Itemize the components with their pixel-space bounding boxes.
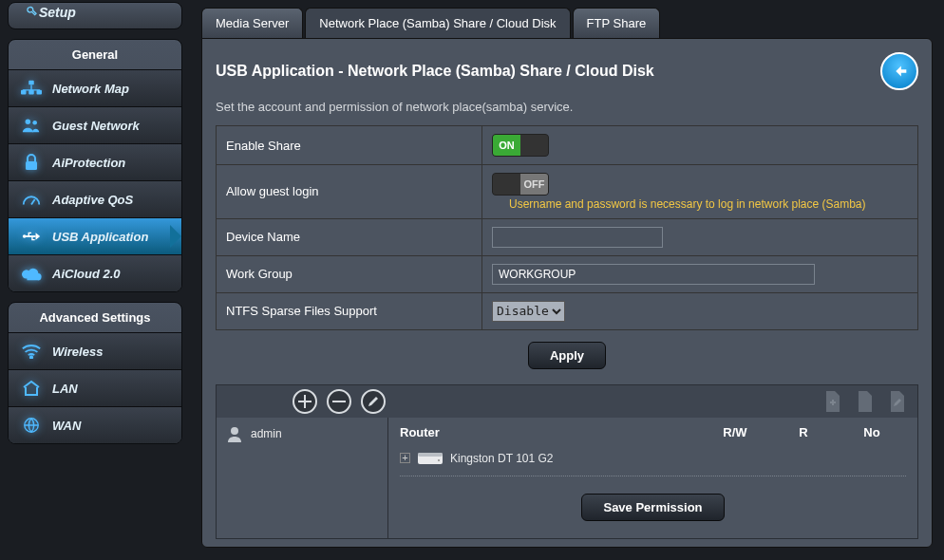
allow-guest-label: Allow guest login	[217, 165, 482, 219]
doc-action-3[interactable]	[887, 389, 908, 414]
document-edit-icon	[889, 391, 906, 412]
tabs: Media Server Network Place (Samba) Share…	[201, 8, 933, 38]
cloud-icon	[20, 265, 43, 282]
separator	[400, 476, 906, 476]
sidebar-item-label: LAN	[52, 382, 78, 396]
svg-rect-12	[418, 453, 443, 457]
sidebar-item-network-map[interactable]: Network Map	[9, 69, 181, 106]
plus-icon	[298, 395, 312, 408]
device-name-label: Device Name	[217, 218, 482, 255]
minus-icon	[332, 395, 346, 408]
svg-rect-2	[28, 90, 34, 95]
sidebar-item-adaptive-qos[interactable]: Adaptive QoS	[9, 180, 181, 217]
device-name-input[interactable]	[492, 227, 663, 248]
toggle-off-label: OFF	[520, 174, 548, 195]
svg-point-5	[32, 121, 37, 125]
col-no: No	[838, 425, 906, 439]
page-subtitle: Set the account and permission of networ…	[216, 100, 918, 114]
globe-icon	[20, 417, 43, 434]
allow-guest-toggle[interactable]: OFF	[492, 173, 549, 196]
expand-icon[interactable]: +	[400, 453, 410, 463]
back-arrow-icon	[889, 61, 910, 82]
enable-share-label: Enable Share	[217, 126, 482, 165]
sidebar-item-label: USB Application	[52, 230, 148, 244]
tab-samba[interactable]: Network Place (Samba) Share / Cloud Disk	[305, 8, 570, 38]
main-content: Media Server Network Place (Samba) Share…	[190, 0, 944, 560]
toggle-on-label	[493, 174, 520, 195]
work-group-label: Work Group	[217, 255, 482, 292]
document-plus-icon	[824, 391, 841, 412]
tab-media-server[interactable]: Media Server	[201, 8, 303, 38]
drive-icon	[418, 451, 443, 466]
doc-action-2[interactable]	[855, 389, 876, 414]
svg-point-13	[438, 459, 440, 461]
col-router: Router	[400, 425, 701, 439]
sidebar-item-label: AiCloud 2.0	[52, 267, 121, 281]
svg-rect-0	[28, 81, 34, 85]
allow-guest-hint: Username and password is necessary to lo…	[509, 197, 866, 211]
lock-icon	[20, 154, 43, 171]
sidebar-item-label: WAN	[52, 419, 81, 433]
svg-point-8	[30, 356, 32, 358]
sidebar: Setup General Network Map Guest Network	[0, 0, 190, 560]
permissions-toolbar	[217, 385, 917, 418]
svg-point-10	[231, 427, 238, 435]
permissions-panel: admin Router R/W R No + Kin	[216, 384, 918, 539]
user-name: admin	[251, 427, 282, 440]
permissions-header: Router R/W R No	[400, 425, 906, 439]
pencil-icon	[368, 396, 379, 407]
ntfs-select[interactable]: Disable	[492, 301, 565, 322]
settings-table: Enable Share ON Allow guest login OFF	[216, 125, 918, 330]
document-icon	[857, 391, 874, 412]
toggle-off-label	[520, 135, 548, 156]
network-icon	[20, 80, 43, 97]
sidebar-item-label: Adaptive QoS	[52, 193, 133, 207]
col-rw: R/W	[701, 425, 769, 439]
home-icon	[20, 380, 43, 397]
work-group-input[interactable]	[492, 264, 815, 285]
sidebar-item-lan[interactable]: LAN	[9, 369, 181, 406]
ntfs-label: NTFS Sparse Files Support	[217, 292, 482, 329]
user-icon	[226, 425, 243, 442]
edit-user-button[interactable]	[361, 389, 386, 414]
people-icon	[20, 117, 43, 134]
sidebar-item-aicloud[interactable]: AiCloud 2.0	[9, 254, 181, 291]
back-button[interactable]	[880, 52, 918, 90]
user-row[interactable]: admin	[226, 425, 378, 442]
sidebar-item-wireless[interactable]: Wireless	[9, 332, 181, 369]
gauge-icon	[20, 191, 43, 208]
user-list: admin	[217, 418, 387, 538]
tab-ftp[interactable]: FTP Share	[573, 8, 661, 38]
sidebar-item-aiprotection[interactable]: AiProtection	[9, 143, 181, 180]
toggle-on-label: ON	[493, 135, 520, 156]
device-row[interactable]: + Kingston DT 101 G2	[400, 447, 906, 472]
col-r: R	[769, 425, 838, 439]
sidebar-item-setup[interactable]: Setup	[9, 3, 181, 28]
sidebar-item-guest-network[interactable]: Guest Network	[9, 106, 181, 143]
wifi-icon	[20, 343, 43, 360]
general-header: General	[9, 40, 181, 69]
apply-button[interactable]: Apply	[528, 342, 606, 369]
doc-action-1[interactable]	[822, 389, 843, 414]
sidebar-item-label: Guest Network	[52, 119, 140, 133]
wrench-icon	[18, 3, 39, 21]
svg-point-4	[26, 120, 30, 124]
svg-rect-6	[26, 161, 37, 170]
device-name: Kingston DT 101 G2	[450, 452, 554, 465]
remove-user-button[interactable]	[327, 389, 351, 414]
sidebar-item-label: Wireless	[52, 345, 103, 359]
add-user-button[interactable]	[293, 389, 317, 414]
usb-icon	[20, 228, 43, 245]
advanced-header: Advanced Settings	[9, 303, 181, 332]
save-permission-button[interactable]: Save Permission	[581, 494, 724, 521]
settings-panel: USB Application - Network Place (Samba) …	[201, 38, 933, 548]
setup-label: Setup	[39, 5, 76, 20]
sidebar-item-label: AiProtection	[52, 156, 125, 170]
page-title: USB Application - Network Place (Samba) …	[216, 63, 654, 80]
sidebar-item-usb-application[interactable]: USB Application	[9, 217, 181, 254]
enable-share-toggle[interactable]: ON	[492, 134, 549, 157]
sidebar-item-wan[interactable]: WAN	[9, 406, 181, 443]
sidebar-item-label: Network Map	[52, 82, 129, 96]
